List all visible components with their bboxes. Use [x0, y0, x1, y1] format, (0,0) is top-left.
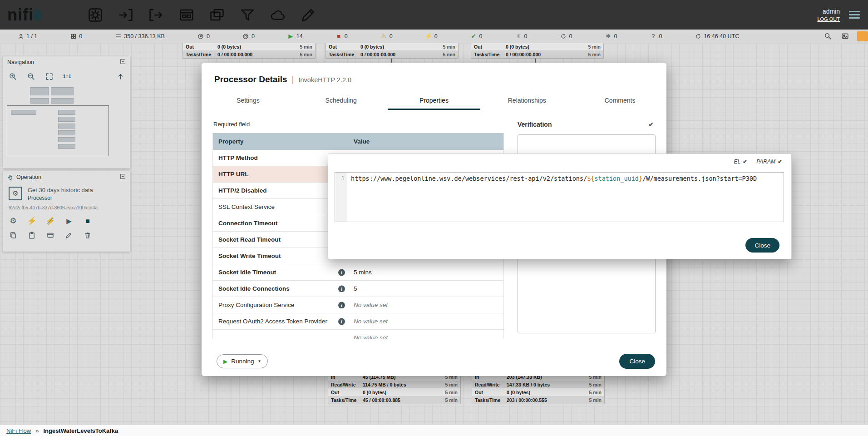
username-label: admin	[817, 7, 840, 16]
tab-comments[interactable]: Comments	[573, 92, 666, 110]
run-state-label: Running	[231, 358, 254, 365]
table-row-socket-idle-connections[interactable]: Socket Idle Connections 5	[213, 281, 503, 297]
verification-title: Verification	[518, 121, 552, 128]
property-name: Request OAuth2 Access Token Provider	[218, 318, 327, 325]
status-stopped: 0	[335, 33, 348, 40]
status-disabled: 0	[425, 33, 438, 40]
queued-count: 350 / 336.13 KB	[124, 33, 165, 40]
output-port-icon[interactable]	[147, 6, 165, 24]
status-locally-modified-and-stale: 0	[605, 33, 617, 40]
sync-failure-count: 0	[659, 33, 662, 40]
info-icon[interactable]	[338, 318, 345, 325]
table-row-partial[interactable]: No value set	[213, 330, 503, 339]
global-menu-icon[interactable]	[847, 9, 862, 20]
stopped-count: 0	[345, 33, 348, 40]
transmitting-count: 0	[207, 33, 210, 40]
info-icon[interactable]	[338, 269, 345, 276]
editor-close-label: Close	[755, 242, 770, 249]
property-name: HTTP/2 Disabled	[218, 187, 267, 194]
breadcrumb: NiFi Flow » IngestWaterLevelsToKafka	[0, 425, 868, 436]
value-code-editor[interactable]: 1 https://www.pegelonline.wsv.de/webserv…	[335, 172, 784, 222]
property-value-cell[interactable]: No value set	[348, 302, 503, 308]
expression-open: ${	[587, 175, 594, 182]
status-connected-nodes: 1 / 1	[17, 33, 37, 40]
label-icon[interactable]	[299, 6, 317, 24]
processor-icon[interactable]	[86, 6, 104, 24]
status-stale: 0	[560, 33, 572, 40]
properties-table-header: Property Value	[213, 133, 503, 150]
up-to-date-icon	[470, 33, 477, 40]
dialog-close-button[interactable]: Close	[619, 354, 655, 369]
refresh-icon[interactable]	[695, 33, 701, 40]
property-name: Socket Write Timeout	[218, 253, 281, 259]
dialog-title-separator: |	[292, 74, 294, 84]
search-icon[interactable]	[823, 31, 833, 41]
property-name: Socket Read Timeout	[218, 236, 281, 243]
running-icon	[287, 33, 294, 40]
property-header: Property	[213, 138, 348, 145]
nifi-logo: nifi	[7, 5, 75, 25]
property-name: Proxy Configuration Service	[218, 302, 294, 308]
stale-count: 0	[569, 33, 572, 40]
process-group-icon[interactable]	[178, 6, 196, 24]
property-value-cell[interactable]: No value set	[348, 318, 503, 325]
breadcrumb-separator: »	[35, 427, 39, 434]
tab-scheduling[interactable]: Scheduling	[295, 92, 388, 110]
status-up-to-date: 0	[470, 33, 483, 40]
running-state-icon	[223, 359, 227, 364]
table-row-proxy-configuration-service[interactable]: Proxy Configuration Service No value set	[213, 297, 503, 313]
expression-close: }	[639, 175, 642, 182]
status-queued: 350 / 336.13 KB	[115, 33, 165, 40]
property-value-cell[interactable]: No value set	[348, 334, 503, 339]
property-name: Socket Idle Timeout	[218, 269, 276, 276]
editor-line-number: 1	[335, 173, 347, 222]
info-icon[interactable]	[338, 302, 345, 308]
logout-link[interactable]: LOG OUT	[817, 16, 840, 23]
editor-close-button[interactable]: Close	[745, 238, 779, 253]
param-supported-flag: PARAM	[756, 159, 782, 165]
nifi-app: { "header": { "logo_text": "nifi", "user…	[0, 0, 868, 436]
locally-modified-icon	[515, 33, 522, 40]
run-state-button[interactable]: Running	[217, 354, 268, 368]
user-block: admin LOG OUT	[817, 7, 840, 23]
status-transmitting: 0	[197, 33, 210, 40]
last-refresh-time: 16:46:40 UTC	[704, 33, 739, 40]
value-header: Value	[348, 138, 503, 145]
remote-process-group-icon[interactable]	[269, 6, 287, 24]
status-active-threads: 0	[70, 33, 82, 40]
dialog-title-row: Processor Details | InvokeHTTP 2.2.0	[202, 63, 666, 84]
property-name: HTTP Method	[218, 154, 258, 161]
transmitting-icon	[197, 33, 204, 40]
property-name-cell: Socket Idle Timeout	[213, 269, 348, 276]
queue-icon	[115, 33, 122, 40]
breadcrumb-root-link[interactable]: NiFi Flow	[6, 427, 31, 434]
sync-failure-icon	[650, 33, 656, 40]
tab-settings[interactable]: Settings	[202, 92, 295, 110]
table-row-request-oauth2-access-token-provider[interactable]: Request OAuth2 Access Token Provider No …	[213, 313, 503, 330]
disabled-icon	[425, 33, 432, 40]
invalid-count: 0	[390, 33, 393, 40]
tab-properties[interactable]: Properties	[388, 92, 481, 110]
funnel-icon[interactable]	[238, 6, 256, 24]
component-toolbar	[86, 6, 317, 24]
flow-analysis-indicator[interactable]	[857, 31, 868, 41]
property-value: No value set	[354, 334, 388, 339]
property-name: Connection Timeout	[218, 220, 277, 227]
birdseye-icon[interactable]	[840, 31, 850, 41]
tab-relationships[interactable]: Relationships	[480, 92, 573, 110]
expression-name: station_uuid	[594, 175, 639, 182]
locally-modified-and-stale-icon	[605, 33, 612, 40]
template-icon[interactable]	[208, 6, 226, 24]
active-threads-count: 0	[79, 33, 82, 40]
editor-code-line[interactable]: https://www.pegelonline.wsv.de/webservic…	[347, 173, 760, 222]
table-row-socket-idle-timeout[interactable]: Socket Idle Timeout 5 mins	[213, 264, 503, 281]
property-value-cell[interactable]: 5	[348, 285, 503, 292]
property-value: 5 mins	[354, 269, 372, 276]
property-name-cell: Proxy Configuration Service	[213, 302, 348, 308]
url-prefix: https://www.pegelonline.wsv.de/webservic…	[351, 175, 587, 182]
param-label: PARAM	[756, 159, 775, 165]
info-icon[interactable]	[338, 285, 345, 292]
statusbar-actions	[823, 31, 868, 41]
input-port-icon[interactable]	[117, 6, 135, 24]
property-value-cell[interactable]: 5 mins	[348, 269, 503, 276]
